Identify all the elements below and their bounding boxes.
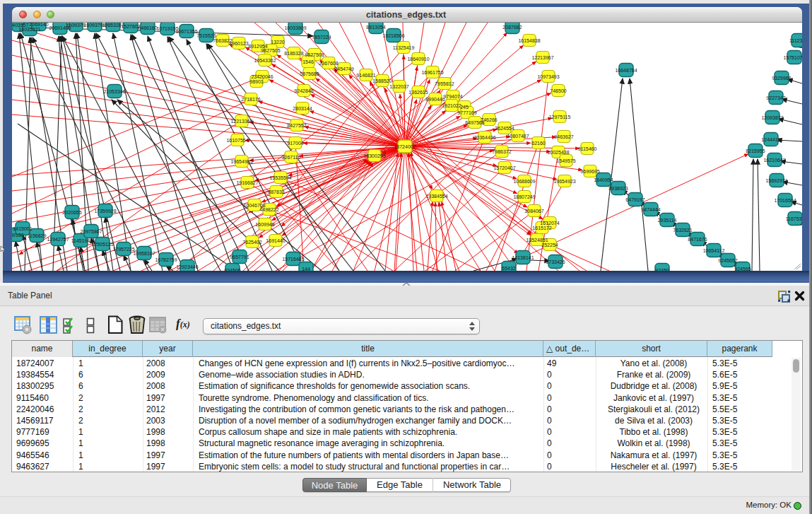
svg-text:1244415: 1244415 <box>761 137 780 142</box>
svg-text:65432: 65432 <box>502 266 516 271</box>
svg-text:1691440: 1691440 <box>266 238 285 243</box>
svg-text:9657791: 9657791 <box>230 255 249 259</box>
svg-text:1733426: 1733426 <box>546 259 565 264</box>
svg-text:9245652: 9245652 <box>718 258 737 263</box>
svg-text:23420046: 23420046 <box>251 74 273 79</box>
svg-text:924565: 924565 <box>734 267 751 271</box>
svg-text:8427552: 8427552 <box>287 123 306 128</box>
svg-text:19166827: 19166827 <box>236 180 258 185</box>
svg-text:11325419: 11325419 <box>393 45 415 50</box>
svg-text:9699695: 9699695 <box>580 169 599 174</box>
svg-text:9777169: 9777169 <box>457 110 476 115</box>
svg-text:2718176: 2718176 <box>241 97 260 102</box>
svg-text:8960123: 8960123 <box>229 41 248 46</box>
svg-text:10807487: 10807487 <box>507 134 529 139</box>
svg-text:1921022: 1921022 <box>442 103 461 108</box>
svg-text:9242848: 9242848 <box>294 88 313 93</box>
svg-text:1156829: 1156829 <box>28 233 47 238</box>
svg-text:144: 144 <box>302 267 310 271</box>
svg-text:2803144: 2803144 <box>293 106 312 111</box>
svg-text:14035571: 14035571 <box>18 27 40 32</box>
svg-text:21053346: 21053346 <box>103 89 125 94</box>
svg-text:2087682: 2087682 <box>502 25 522 30</box>
svg-text:12942757: 12942757 <box>47 237 69 242</box>
svg-text:9115460: 9115460 <box>578 146 597 151</box>
svg-text:748500: 748500 <box>550 88 566 93</box>
svg-text:8813054: 8813054 <box>366 25 385 30</box>
svg-text:15751074: 15751074 <box>783 55 802 60</box>
svg-text:7857224: 7857224 <box>312 35 331 40</box>
svg-text:16648784: 16648784 <box>615 68 637 73</box>
svg-text:1588520: 1588520 <box>372 78 392 83</box>
svg-text:16961755: 16961755 <box>421 70 443 75</box>
svg-text:12213967: 12213967 <box>531 55 553 60</box>
svg-text:3624554: 3624554 <box>495 126 514 131</box>
svg-text:12975115: 12975115 <box>549 115 571 119</box>
svg-text:10671355: 10671355 <box>175 29 197 34</box>
svg-text:4498222: 4498222 <box>259 207 278 212</box>
svg-text:18807249: 18807249 <box>513 194 535 199</box>
svg-text:12213369: 12213369 <box>230 119 252 124</box>
svg-text:2020655: 2020655 <box>62 210 81 215</box>
svg-text:12505135: 12505135 <box>91 242 113 247</box>
svg-text:1615172: 1615172 <box>532 226 551 230</box>
svg-text:15720407: 15720407 <box>493 165 515 170</box>
svg-text:8454749: 8454749 <box>334 66 353 71</box>
svg-text:9329966: 9329966 <box>772 76 791 81</box>
svg-text:8471676: 8471676 <box>688 237 707 242</box>
svg-text:1167535: 1167535 <box>786 216 802 221</box>
svg-text:10543362: 10543362 <box>254 58 276 63</box>
svg-text:9463627: 9463627 <box>554 134 573 139</box>
svg-text:924506: 924506 <box>224 268 240 271</box>
svg-text:7955812: 7955812 <box>435 81 454 86</box>
svg-text:17016504: 17016504 <box>774 198 796 203</box>
svg-text:1549575: 1549575 <box>556 158 575 163</box>
svg-text:939159: 939159 <box>12 233 24 238</box>
svg-text:1322037: 1322037 <box>389 84 408 89</box>
svg-text:1640954: 1640954 <box>594 177 613 182</box>
svg-text:12923446: 12923446 <box>176 264 198 269</box>
svg-text:1546: 1546 <box>302 59 314 64</box>
svg-text:9146821: 9146821 <box>356 73 375 78</box>
svg-text:18300295: 18300295 <box>363 153 385 158</box>
svg-text:13524851: 13524851 <box>526 238 548 243</box>
svg-text:18724007: 18724007 <box>394 144 416 149</box>
svg-text:9227342: 9227342 <box>766 95 785 100</box>
svg-text:10654112: 10654112 <box>703 248 725 253</box>
svg-text:1415001: 1415001 <box>13 226 32 231</box>
svg-text:13535594: 13535594 <box>269 175 291 180</box>
svg-text:16154838: 16154838 <box>518 38 540 43</box>
svg-text:19218506: 19218506 <box>382 33 404 38</box>
svg-text:10025438: 10025438 <box>547 150 569 155</box>
svg-text:1362615: 1362615 <box>408 90 428 95</box>
svg-text:1609379: 1609379 <box>66 23 85 28</box>
svg-text:15692971: 15692971 <box>765 178 787 183</box>
svg-text:17957225: 17957225 <box>112 247 134 252</box>
svg-text:14138141: 14138141 <box>512 255 534 260</box>
svg-text:10688609: 10688609 <box>513 179 535 184</box>
svg-text:3084067: 3084067 <box>524 209 543 214</box>
svg-text:8990446: 8990446 <box>425 97 445 102</box>
svg-text:9827505: 9827505 <box>261 48 280 53</box>
svg-text:18640910: 18640910 <box>407 57 429 62</box>
svg-text:10958107: 10958107 <box>133 251 155 256</box>
svg-text:6466160: 6466160 <box>138 25 157 30</box>
svg-text:6479197: 6479197 <box>625 197 645 202</box>
svg-text:7625402: 7625402 <box>242 240 261 245</box>
svg-text:2935114: 2935114 <box>658 218 677 223</box>
svg-text:5875685: 5875685 <box>300 71 319 76</box>
svg-text:7515526: 7515526 <box>196 33 216 38</box>
svg-text:19384554: 19384554 <box>425 194 447 199</box>
svg-text:15716485: 15716485 <box>282 257 304 262</box>
svg-text:1145194: 1145194 <box>71 238 90 243</box>
svg-text:98901: 98901 <box>249 79 264 84</box>
svg-text:8938923: 8938923 <box>608 186 628 191</box>
svg-text:16107554: 16107554 <box>226 138 248 143</box>
svg-text:9827508: 9827508 <box>305 52 324 57</box>
svg-text:19654923: 19654923 <box>553 179 575 184</box>
svg-text:16782759: 16782759 <box>155 257 177 262</box>
svg-text:1609948: 1609948 <box>255 222 274 227</box>
svg-text:1612074: 1612074 <box>540 221 559 226</box>
svg-text:746266: 746266 <box>481 117 497 122</box>
svg-text:3267110: 3267110 <box>282 155 301 160</box>
